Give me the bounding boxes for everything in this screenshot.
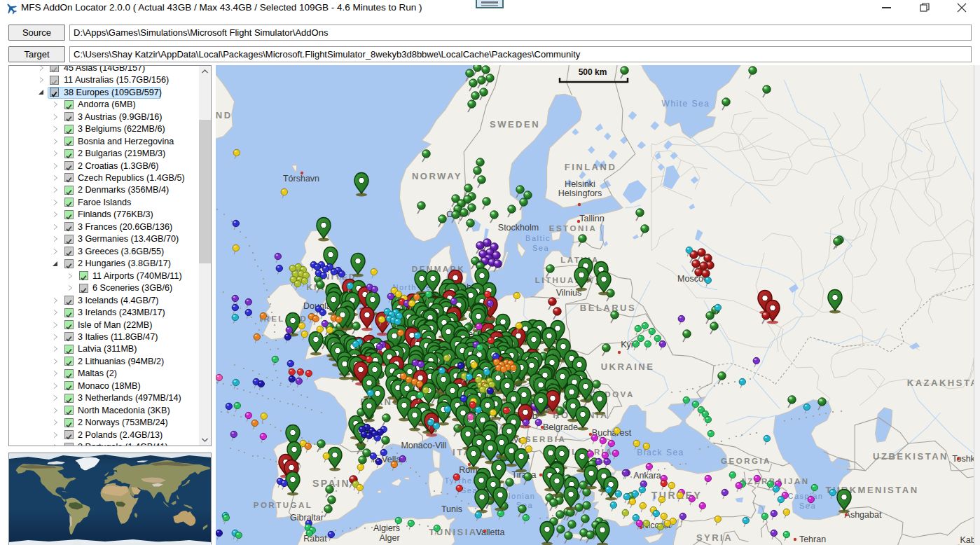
svg-text:White Sea: White Sea [662, 99, 710, 109]
svg-text:Toshke: Toshke [952, 454, 974, 464]
svg-text:SYRIA: SYRIA [696, 532, 733, 543]
svg-text:500 km: 500 km [579, 67, 607, 77]
svg-text:Tallinn: Tallinn [579, 214, 604, 223]
svg-text:KAZAKHSTAN: KAZAKHSTAN [907, 378, 974, 388]
svg-text:NORWAY: NORWAY [412, 171, 462, 181]
svg-text:Sea: Sea [799, 502, 816, 510]
svg-text:PORTUGAL: PORTUGAL [254, 501, 313, 509]
svg-text:Ashgabat: Ashgabat [845, 510, 882, 520]
svg-text:Helsingfors: Helsingfors [558, 188, 602, 198]
svg-text:Helsinki: Helsinki [565, 179, 595, 189]
svg-text:GEORGIA: GEORGIA [721, 457, 771, 465]
svg-text:Valletta: Valletta [476, 527, 505, 537]
svg-text:Tehran: Tehran [799, 534, 826, 544]
svg-text:Monaco-Vill: Monaco-Vill [401, 441, 446, 450]
svg-text:UKRAINE: UKRAINE [601, 361, 655, 372]
svg-text:Sea: Sea [532, 244, 549, 252]
svg-text:Stockholm: Stockholm [498, 223, 539, 233]
svg-text:IRELAND: IRELAND [260, 315, 308, 323]
svg-text:SERBIA: SERBIA [525, 435, 566, 443]
svg-text:FINLAND: FINLAND [565, 162, 617, 172]
svg-text:Tórshavn: Tórshavn [283, 174, 319, 184]
svg-text:ICELAND: ICELAND [216, 110, 233, 120]
svg-text:Caspian: Caspian [788, 492, 824, 500]
svg-text:Baltic: Baltic [525, 234, 551, 242]
svg-text:ESTONIA: ESTONIA [549, 224, 597, 233]
svg-text:Belgrade: Belgrade [543, 422, 578, 432]
svg-text:Tunis: Tunis [441, 504, 462, 514]
svg-text:Kabu: Kabu [960, 535, 974, 545]
svg-text:Algiers: Algiers [373, 523, 400, 533]
svg-text:SWEDEN: SWEDEN [490, 119, 540, 130]
svg-text:BELARUS: BELARUS [580, 303, 636, 313]
svg-text:UZBEKISTAN: UZBEKISTAN [873, 451, 948, 462]
svg-text:Black Sea: Black Sea [637, 448, 684, 457]
svg-text:Ionian: Ionian [509, 492, 536, 500]
svg-text:Alger: Alger [379, 533, 399, 543]
